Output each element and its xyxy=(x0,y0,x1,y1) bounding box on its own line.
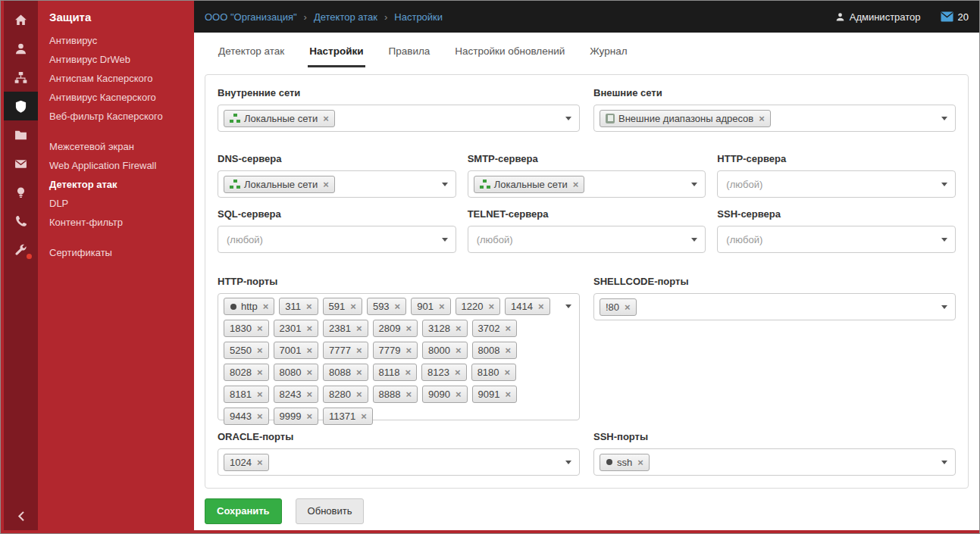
telnet-servers-select[interactable]: (любой) xyxy=(468,226,706,253)
tag-remove-icon[interactable]: × xyxy=(323,180,329,189)
breadcrumb-link[interactable]: Детектор атак xyxy=(297,11,377,23)
nav-home[interactable] xyxy=(4,5,38,34)
tab[interactable]: Детектор атак xyxy=(217,34,286,67)
menu-item[interactable]: Антиспам Касперского xyxy=(49,69,186,88)
menu-item[interactable]: Веб-фильтр Касперского xyxy=(49,107,186,126)
tab[interactable]: Настройки xyxy=(308,34,365,67)
dropdown-caret-icon[interactable] xyxy=(442,238,448,242)
nav-services[interactable] xyxy=(4,236,38,264)
tag-remove-icon[interactable]: × xyxy=(306,411,312,421)
dropdown-caret-icon[interactable] xyxy=(941,183,947,186)
dropdown-caret-icon[interactable] xyxy=(442,183,448,186)
tag-remove-icon[interactable]: × xyxy=(356,367,362,377)
tag-remove-icon[interactable]: × xyxy=(506,323,512,333)
nav-security[interactable] xyxy=(4,92,38,120)
tag-remove-icon[interactable]: × xyxy=(257,367,263,377)
nav-monitoring[interactable] xyxy=(4,178,38,207)
save-button[interactable]: Сохранить xyxy=(205,498,282,524)
smtp-servers-multiselect[interactable]: Локальные сети × xyxy=(468,170,706,198)
tag-remove-icon[interactable]: × xyxy=(573,180,579,189)
nav-users[interactable] xyxy=(4,34,38,63)
tag-remove-icon[interactable]: × xyxy=(405,367,412,377)
menu-item[interactable]: Сертификаты xyxy=(49,243,186,262)
nav-telephony[interactable] xyxy=(4,207,38,236)
breadcrumb-link[interactable]: ООО "Организация" xyxy=(205,11,297,23)
tag-remove-icon[interactable]: × xyxy=(456,345,462,355)
menu-item[interactable]: Антивирус xyxy=(49,31,186,50)
tag-remove-icon[interactable]: × xyxy=(538,301,544,311)
tag-remove-icon[interactable]: × xyxy=(306,323,312,333)
menu-item[interactable]: Антивирус Касперского xyxy=(49,88,186,107)
refresh-button[interactable]: Обновить xyxy=(296,498,365,524)
nav-files[interactable] xyxy=(4,120,38,149)
tag-remove-icon[interactable]: × xyxy=(306,345,312,355)
dropdown-caret-icon[interactable] xyxy=(941,461,947,464)
dropdown-caret-icon[interactable] xyxy=(565,117,571,120)
tag-remove-icon[interactable]: × xyxy=(506,389,512,399)
tag-remove-icon[interactable]: × xyxy=(439,301,445,311)
tag-remove-icon[interactable]: × xyxy=(257,323,263,333)
dropdown-caret-icon[interactable] xyxy=(565,461,571,464)
nav-mail[interactable] xyxy=(4,149,38,178)
tag-remove-icon[interactable]: × xyxy=(356,389,362,399)
tag-remove-icon[interactable]: × xyxy=(257,411,263,421)
user-menu[interactable]: Администратор xyxy=(835,11,921,23)
tag-remove-icon[interactable]: × xyxy=(405,323,412,333)
tag-remove-icon[interactable]: × xyxy=(395,301,401,311)
tag-remove-icon[interactable]: × xyxy=(637,457,643,467)
tag-remove-icon[interactable]: × xyxy=(759,114,765,123)
tag-remove-icon[interactable]: × xyxy=(625,302,631,312)
tag-remove-icon[interactable]: × xyxy=(257,457,263,467)
sidebar-collapse-button[interactable] xyxy=(4,501,38,530)
tag-remove-icon[interactable]: × xyxy=(405,389,412,399)
menu-item[interactable]: Антивирус DrWeb xyxy=(49,50,186,69)
dropdown-caret-icon[interactable] xyxy=(691,238,697,242)
notifications-button[interactable]: 20 xyxy=(941,11,969,23)
tab[interactable]: Правила xyxy=(387,34,432,67)
tag-remove-icon[interactable]: × xyxy=(361,411,367,421)
tag-remove-icon[interactable]: × xyxy=(505,367,511,377)
dropdown-caret-icon[interactable] xyxy=(941,117,947,120)
tag-remove-icon[interactable]: × xyxy=(506,345,512,355)
tag-remove-icon[interactable]: × xyxy=(257,389,263,399)
menu-item[interactable]: Контент-фильтр xyxy=(49,213,186,232)
tag-remove-icon[interactable]: × xyxy=(306,389,312,399)
tag-remove-icon[interactable]: × xyxy=(306,367,312,377)
nav-network[interactable] xyxy=(4,63,38,92)
breadcrumb-link[interactable]: Настройки xyxy=(377,11,443,23)
tag-remove-icon[interactable]: × xyxy=(323,114,329,123)
tag-remove-icon[interactable]: × xyxy=(455,367,461,377)
dropdown-caret-icon[interactable] xyxy=(691,183,697,186)
ssh-servers-select[interactable]: (любой) xyxy=(717,226,956,253)
sql-servers-select[interactable]: (любой) xyxy=(218,226,456,253)
http-ports-multiselect[interactable]: http × 311 × xyxy=(218,293,580,420)
selected-tag: Локальные сети × xyxy=(224,110,335,127)
menu-item[interactable]: Детектор атак xyxy=(49,175,186,194)
dropdown-caret-icon[interactable] xyxy=(565,304,571,308)
menu-item[interactable]: DLP xyxy=(49,194,186,213)
http-servers-select[interactable]: (любой) xyxy=(717,170,956,198)
tab[interactable]: Журнал xyxy=(588,34,628,67)
menu-item[interactable]: Межсетевой экран xyxy=(49,137,186,156)
tag-remove-icon[interactable]: × xyxy=(263,301,269,311)
tag-remove-icon[interactable]: × xyxy=(488,301,494,311)
tag-remove-icon[interactable]: × xyxy=(356,323,362,333)
dropdown-caret-icon[interactable] xyxy=(941,305,947,309)
tag-remove-icon[interactable]: × xyxy=(257,345,263,355)
shellcode-ports-multiselect[interactable]: !80 × xyxy=(593,293,956,320)
tag-remove-icon[interactable]: × xyxy=(456,389,462,399)
tag-remove-icon[interactable]: × xyxy=(456,323,462,333)
dns-servers-multiselect[interactable]: Локальные сети × xyxy=(218,170,456,198)
oracle-ports-multiselect[interactable]: 1024 × xyxy=(218,448,580,476)
field-external-networks: Внешние сети Внешние диапазоны адресов × xyxy=(593,87,956,132)
tag-remove-icon[interactable]: × xyxy=(306,301,312,311)
internal-networks-multiselect[interactable]: Локальные сети × xyxy=(218,105,580,132)
tab[interactable]: Настройки обновлений xyxy=(453,34,566,67)
tag-remove-icon[interactable]: × xyxy=(350,301,356,311)
ssh-ports-multiselect[interactable]: ssh × xyxy=(593,448,956,476)
external-networks-multiselect[interactable]: Внешние диапазоны адресов × xyxy=(593,105,956,132)
tag-remove-icon[interactable]: × xyxy=(356,345,362,355)
tag-remove-icon[interactable]: × xyxy=(405,345,412,355)
menu-item[interactable]: Web Application Firewall xyxy=(49,156,186,175)
dropdown-caret-icon[interactable] xyxy=(941,238,947,242)
